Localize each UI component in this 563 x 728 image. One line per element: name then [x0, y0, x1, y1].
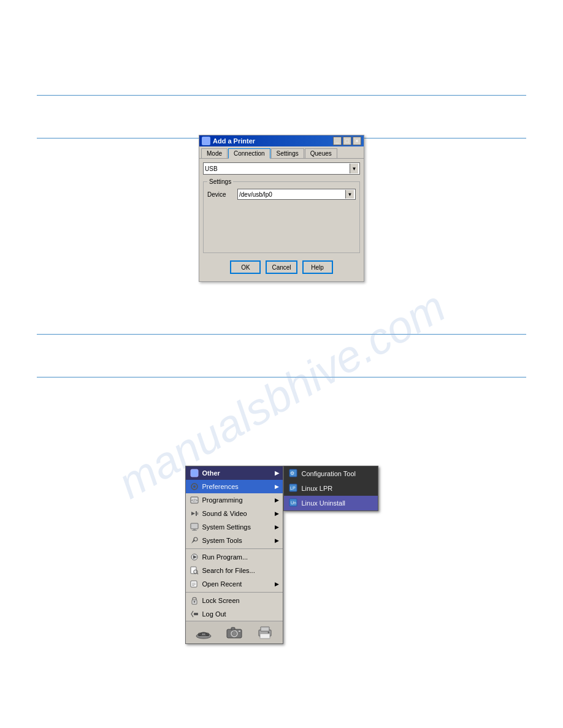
hr-line-4 — [37, 377, 526, 377]
system-tools-icon — [190, 536, 199, 545]
linux-lpr-label: Linux LPR — [302, 485, 333, 492]
svg-text:Un: Un — [291, 501, 296, 505]
svg-rect-8 — [191, 523, 198, 529]
config-tool-icon: ⚙ — [289, 469, 299, 479]
cancel-button[interactable]: Cancel — [266, 260, 297, 274]
svg-text:LP: LP — [290, 486, 296, 490]
taskbar-printer-icon[interactable] — [256, 624, 274, 641]
system-tools-label: System Tools — [202, 537, 272, 544]
submenu-item-linux-lpr[interactable]: LP Linux LPR — [284, 481, 378, 496]
dialog-titlebar: Add a Printer _ □ × — [199, 135, 364, 146]
svg-rect-32 — [239, 631, 240, 632]
linux-uninstall-label: Linux Uninstall — [302, 499, 346, 507]
menu-item-open-recent[interactable]: Open Recent ▶ — [186, 577, 283, 591]
run-program-icon — [190, 552, 199, 562]
preferences-label: Preferences — [202, 483, 272, 490]
svg-point-2 — [193, 485, 196, 488]
device-dropdown-arrow[interactable]: ▼ — [345, 190, 354, 199]
run-program-label: Run Program... — [202, 553, 279, 561]
menu-item-search-files[interactable]: Search for Files... — [186, 564, 283, 577]
menu-item-sound-video[interactable]: Sound & Video ▶ — [186, 507, 283, 520]
svg-rect-31 — [231, 628, 235, 630]
taskbar-hat-icon[interactable] — [194, 624, 213, 641]
tab-queues[interactable]: Queues — [305, 148, 337, 158]
titlebar-left: Add a Printer — [202, 137, 255, 145]
dialog-title-icon — [202, 137, 210, 145]
dialog-body: USB ▼ Settings Device /dev/usb/lp0 ▼ — [199, 159, 364, 281]
other-submenu: ⚙ Configuration Tool LP Linux LPR Un Lin… — [283, 466, 378, 511]
preferences-icon — [190, 482, 199, 491]
titlebar-controls: _ □ × — [333, 137, 361, 145]
svg-marker-5 — [191, 512, 195, 515]
hr-line-3 — [37, 334, 526, 335]
maximize-button[interactable]: □ — [343, 137, 351, 145]
svg-rect-34 — [261, 627, 269, 631]
search-files-icon — [190, 566, 199, 575]
config-tool-label: Configuration Tool — [302, 470, 356, 477]
submenu-item-config-tool[interactable]: ⚙ Configuration Tool — [284, 466, 378, 481]
help-button[interactable]: Help — [302, 260, 333, 274]
system-tools-arrow: ▶ — [275, 537, 279, 544]
menu-other-header[interactable]: Other ▶ — [186, 466, 283, 480]
other-header-label: Other — [202, 469, 220, 477]
svg-point-22 — [193, 601, 195, 603]
settings-content-area — [207, 200, 356, 249]
svg-rect-19 — [192, 584, 196, 585]
menu-item-system-settings[interactable]: System Settings ▶ — [186, 520, 283, 534]
hr-line-1 — [37, 95, 526, 96]
linux-uninstall-icon: Un — [289, 498, 299, 508]
connection-select-wrapper: USB ▼ — [203, 162, 360, 175]
open-recent-label: Open Recent — [202, 580, 272, 588]
tab-settings[interactable]: Settings — [271, 148, 304, 158]
svg-text:</>: </> — [191, 498, 197, 502]
device-select-wrapper: /dev/usb/lp0 ▼ — [237, 189, 356, 200]
menu-item-system-tools[interactable]: System Tools ▶ — [186, 534, 283, 547]
menu-item-preferences[interactable]: Preferences ▶ — [186, 480, 283, 493]
system-settings-icon — [190, 522, 199, 532]
connection-dropdown-arrow[interactable]: ▼ — [350, 164, 358, 173]
other-header-arrow: ▶ — [275, 470, 279, 476]
lock-screen-icon — [190, 596, 199, 605]
svg-rect-18 — [192, 583, 196, 583]
menu-item-run-program[interactable]: Run Program... — [186, 550, 283, 564]
svg-text:⚙: ⚙ — [290, 471, 294, 476]
submenu-item-linux-uninstall[interactable]: Un Linux Uninstall — [284, 496, 378, 510]
log-out-label: Log Out — [202, 610, 279, 618]
menu-container: Other ▶ Preferences ▶ </> Programming ▶ — [185, 466, 378, 644]
open-recent-arrow: ▶ — [275, 581, 279, 587]
tab-connection[interactable]: Connection — [228, 148, 270, 159]
open-recent-icon — [190, 579, 199, 589]
dialog-tabs: Mode Connection Settings Queues — [199, 146, 364, 159]
connection-value: USB — [205, 165, 350, 172]
minimize-button[interactable]: _ — [333, 137, 342, 145]
linux-lpr-icon: LP — [289, 483, 299, 493]
dialog-title: Add a Printer — [213, 137, 255, 145]
taskbar-camera-icon[interactable] — [225, 624, 243, 641]
add-printer-dialog: Add a Printer _ □ × Mode Connection Sett… — [199, 135, 364, 282]
menu-separator-2 — [186, 592, 283, 593]
system-settings-label: System Settings — [202, 523, 272, 531]
menu-taskbar — [186, 621, 283, 643]
svg-rect-10 — [192, 530, 197, 531]
menu-item-log-out[interactable]: Log Out — [186, 607, 283, 621]
settings-legend: Settings — [207, 178, 233, 185]
svg-rect-23 — [194, 613, 198, 615]
search-files-label: Search for Files... — [202, 567, 279, 574]
menu-item-programming[interactable]: </> Programming ▶ — [186, 493, 283, 507]
menu-item-lock-screen[interactable]: Lock Screen — [186, 594, 283, 607]
sound-video-label: Sound & Video — [202, 510, 272, 517]
device-label: Device — [207, 191, 235, 198]
programming-label: Programming — [202, 496, 272, 504]
svg-rect-20 — [192, 585, 194, 586]
other-header-icon — [190, 468, 199, 478]
programming-arrow: ▶ — [275, 497, 279, 503]
tab-mode[interactable]: Mode — [201, 148, 228, 158]
close-button[interactable]: × — [353, 137, 361, 145]
system-settings-arrow: ▶ — [275, 524, 279, 530]
svg-rect-27 — [202, 634, 205, 635]
sound-video-arrow: ▶ — [275, 510, 279, 517]
printer-dialog-wrapper: Add a Printer _ □ × Mode Connection Sett… — [0, 135, 563, 282]
menu-separator-1 — [186, 548, 283, 549]
ok-button[interactable]: OK — [230, 260, 261, 274]
log-out-icon — [190, 609, 199, 619]
